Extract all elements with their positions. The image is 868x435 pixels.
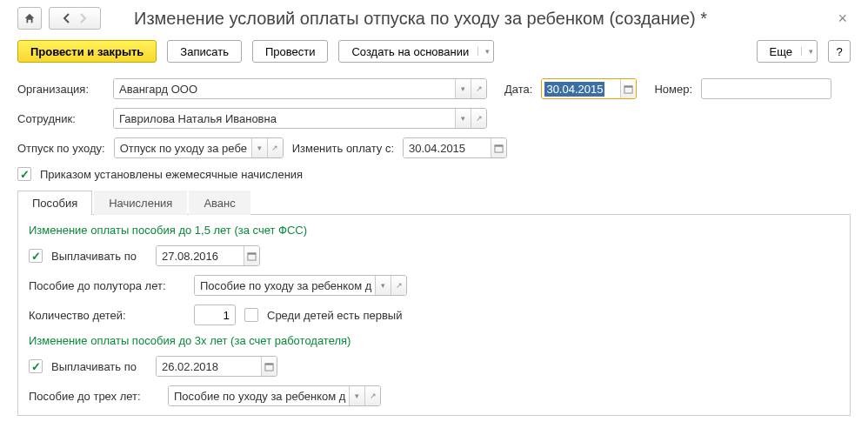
open-ref-icon[interactable]: ↗: [391, 276, 406, 295]
employee-label: Сотрудник:: [17, 112, 104, 125]
org-label: Организация:: [17, 83, 104, 96]
open-ref-icon[interactable]: ↗: [364, 386, 380, 405]
tab-benefits[interactable]: Пособия: [17, 191, 92, 215]
pay-until-2-value: 26.02.2018: [157, 357, 261, 376]
svg-rect-3: [495, 144, 503, 146]
employee-select[interactable]: Гаврилова Наталья Ивановна ▾ ↗: [113, 108, 487, 129]
pay-until-2-input[interactable]: 26.02.2018: [156, 356, 277, 377]
number-label: Номер:: [654, 83, 692, 96]
dropdown-icon[interactable]: ▾: [375, 276, 391, 295]
change-from-value: 30.04.2015: [404, 138, 491, 157]
leave-select[interactable]: Отпуск по уходу за ребе ▾ ↗: [114, 137, 284, 158]
pay-until-2-checkbox[interactable]: [29, 359, 43, 373]
benefit-1-5-value: Пособие по уходу за ребенком д: [195, 276, 375, 295]
post-button[interactable]: Провести: [252, 40, 329, 63]
number-input[interactable]: [701, 78, 831, 99]
svg-rect-7: [265, 363, 273, 365]
arrow-left-icon: [63, 13, 71, 23]
home-button[interactable]: [17, 7, 42, 30]
section-1-5-title: Изменение оплаты пособия до 1,5 лет (за …: [29, 224, 839, 237]
change-from-input[interactable]: 30.04.2015: [403, 137, 507, 158]
calendar-icon[interactable]: [620, 79, 636, 98]
section-3-title: Изменение оплаты пособия до 3х лет (за с…: [29, 334, 839, 347]
pay-until-2-label: Выплачивать по: [51, 360, 147, 373]
dropdown-icon[interactable]: ▾: [349, 386, 364, 405]
calendar-icon[interactable]: [491, 138, 506, 157]
benefit-3-value: Пособие по уходу за ребенком д: [169, 386, 349, 405]
tab-accruals[interactable]: Начисления: [94, 191, 187, 215]
children-count-input[interactable]: [194, 304, 236, 325]
pay-until-1-checkbox[interactable]: [29, 249, 43, 263]
more-button[interactable]: Еще: [757, 40, 818, 63]
svg-rect-5: [248, 252, 256, 254]
calendar-icon[interactable]: [261, 357, 277, 376]
org-value: Авангард ООО: [114, 79, 455, 98]
date-input[interactable]: 30.04.2015: [541, 78, 637, 99]
order-checkbox[interactable]: [17, 167, 31, 181]
create-based-on-button[interactable]: Создать на основании: [338, 40, 494, 63]
pay-until-1-value: 27.08.2016: [157, 246, 244, 265]
benefit-1-5-label: Пособие до полутора лет:: [29, 279, 185, 292]
svg-rect-1: [624, 85, 632, 87]
tab-body-benefits: Изменение оплаты пособия до 1,5 лет (за …: [17, 215, 851, 416]
arrow-right-icon: [78, 13, 87, 23]
order-checkbox-label: Приказом установлены ежемесячные начисле…: [40, 168, 303, 181]
page-title: Изменение условий оплаты отпуска по уход…: [134, 9, 827, 29]
pay-until-1-input[interactable]: 27.08.2016: [156, 245, 260, 266]
org-select[interactable]: Авангард ООО ▾ ↗: [113, 78, 487, 99]
benefit-3-select[interactable]: Пособие по уходу за ребенком д ▾ ↗: [168, 385, 381, 406]
open-ref-icon[interactable]: ↗: [471, 109, 486, 128]
dropdown-icon[interactable]: ▾: [251, 138, 267, 157]
calendar-icon[interactable]: [244, 246, 259, 265]
children-count-label: Количество детей:: [29, 309, 185, 322]
open-ref-icon[interactable]: ↗: [471, 79, 486, 98]
first-child-label: Среди детей есть первый: [267, 309, 402, 322]
dropdown-icon[interactable]: ▾: [455, 79, 471, 98]
employee-value: Гаврилова Наталья Ивановна: [114, 109, 455, 128]
close-button[interactable]: ×: [834, 10, 851, 28]
benefit-3-label: Пособие до трех лет:: [29, 390, 159, 403]
leave-value: Отпуск по уходу за ребе: [115, 138, 251, 157]
date-label: Дата:: [504, 83, 532, 96]
date-value: 30.04.2015: [544, 82, 604, 97]
save-button[interactable]: Записать: [167, 40, 242, 63]
benefit-1-5-select[interactable]: Пособие по уходу за ребенком д ▾ ↗: [194, 275, 407, 296]
dropdown-icon[interactable]: ▾: [455, 109, 471, 128]
home-icon: [23, 12, 36, 24]
first-child-checkbox[interactable]: [244, 308, 258, 322]
help-button[interactable]: ?: [828, 40, 851, 63]
pay-until-1-label: Выплачивать по: [51, 250, 147, 263]
open-ref-icon[interactable]: ↗: [267, 138, 283, 157]
tab-advance[interactable]: Аванс: [189, 191, 250, 215]
post-and-close-button[interactable]: Провести и закрыть: [17, 40, 157, 63]
leave-label: Отпуск по уходу:: [17, 142, 105, 155]
change-from-label: Изменить оплату с:: [292, 142, 394, 155]
nav-back-forward[interactable]: [49, 7, 101, 30]
